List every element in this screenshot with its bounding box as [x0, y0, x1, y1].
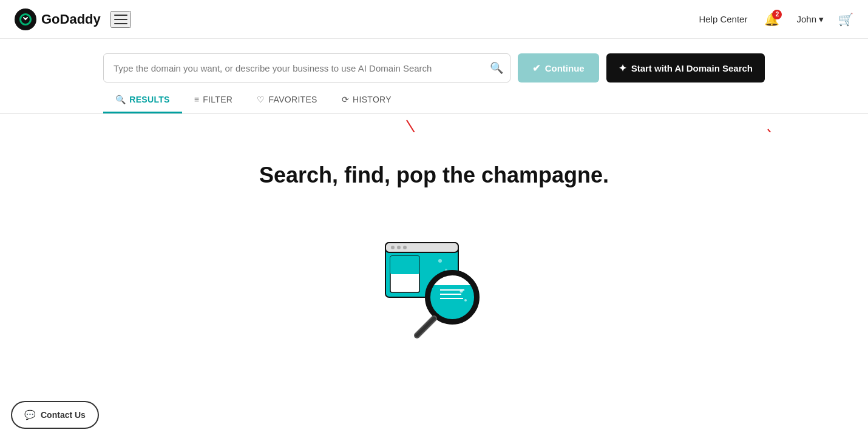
- contact-us-button[interactable]: 💬 Contact Us: [11, 401, 99, 429]
- header-right: Help Center 🔔 2 John ▾ 🛒: [699, 10, 853, 29]
- ai-domain-search-button[interactable]: ✦ Start with AI Domain Search: [606, 53, 765, 82]
- contact-us-label: Contact Us: [41, 410, 86, 420]
- user-menu-button[interactable]: John ▾: [796, 14, 824, 25]
- chevron-down-icon: ▾: [819, 14, 824, 25]
- domain-search-illustration: +: [373, 224, 495, 346]
- ai-search-label: Start with AI Domain Search: [631, 63, 753, 73]
- tab-history-label: HISTORY: [353, 95, 392, 104]
- main-heading: Search, find, pop the champagne.: [259, 163, 609, 188]
- tab-favorites[interactable]: ♡ FAVORITES: [245, 87, 330, 113]
- godaddy-logo[interactable]: GoDaddy: [15, 8, 101, 30]
- search-input-wrapper: 🔍: [103, 53, 510, 82]
- search-icon: 🔍: [490, 62, 503, 74]
- tab-favorites-label: FAVORITES: [269, 95, 317, 104]
- tab-filter-label: FILTER: [203, 95, 232, 104]
- svg-point-9: [403, 246, 407, 249]
- user-label: John: [796, 14, 816, 24]
- notification-button[interactable]: 🔔 2: [762, 10, 782, 29]
- help-center-link[interactable]: Help Center: [699, 14, 747, 24]
- tabs-nav: 🔍 RESULTS ≡ FILTER ♡ FAVORITES ⟳ HISTORY: [0, 87, 868, 114]
- search-icon-button[interactable]: 🔍: [490, 61, 503, 75]
- header-left: GoDaddy: [15, 8, 131, 30]
- svg-point-8: [397, 246, 401, 249]
- svg-rect-6: [385, 243, 458, 252]
- domain-search-input[interactable]: [103, 53, 510, 82]
- svg-rect-11: [390, 256, 419, 274]
- check-icon: ✔: [532, 62, 540, 74]
- continue-label: Continue: [545, 63, 585, 73]
- svg-point-22: [460, 290, 463, 293]
- cart-button[interactable]: 🛒: [838, 12, 853, 27]
- shopping-cart-icon: 🛒: [838, 13, 853, 26]
- heart-tab-icon: ♡: [257, 95, 265, 104]
- chat-bubble-icon: 💬: [24, 409, 36, 420]
- svg-point-12: [438, 259, 442, 263]
- svg-text:+: +: [407, 274, 412, 284]
- ai-sparkle-icon: ✦: [619, 62, 626, 74]
- tab-filter[interactable]: ≡ FILTER: [182, 87, 245, 113]
- logo-icon: [15, 8, 36, 30]
- svg-line-26: [417, 318, 434, 335]
- history-tab-icon: ⟳: [342, 95, 349, 104]
- notification-badge: 2: [772, 10, 782, 19]
- svg-point-23: [464, 299, 467, 301]
- search-area: 🔍 ✔ Continue ✦ Start with AI Domain Sear…: [0, 39, 868, 82]
- tab-results[interactable]: 🔍 RESULTS: [103, 87, 182, 113]
- tab-history[interactable]: ⟳ HISTORY: [330, 87, 404, 113]
- filter-tab-icon: ≡: [194, 95, 199, 104]
- search-tab-icon: 🔍: [115, 95, 126, 104]
- main-content: Search, find, pop the champagne. +: [0, 114, 868, 346]
- logo-text: GoDaddy: [41, 12, 101, 27]
- header: GoDaddy Help Center 🔔 2 John ▾ 🛒: [0, 0, 868, 39]
- continue-button[interactable]: ✔ Continue: [518, 53, 599, 82]
- svg-point-7: [391, 246, 395, 249]
- tab-results-label: RESULTS: [129, 95, 169, 104]
- hamburger-menu-button[interactable]: [110, 11, 131, 28]
